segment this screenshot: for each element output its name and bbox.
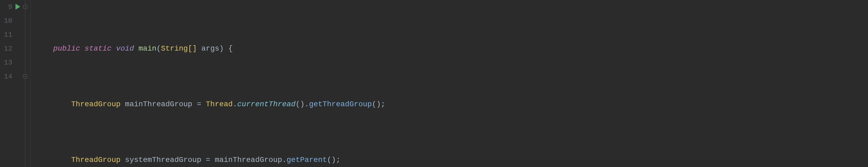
paren-open: ( [327,156,332,164]
code-line[interactable]: ThreadGroup systemThreadGroup = mainThre… [35,153,868,167]
indent [35,156,71,164]
fold-close-icon[interactable] [23,75,27,78]
run-gutter [14,0,23,167]
keyword-static: static [85,45,112,53]
paren-open: ( [156,45,161,53]
code-editor[interactable]: 9 10 11 12 13 14 public static void main… [0,0,868,167]
code-area[interactable]: public static void main(String[] args) {… [30,0,868,167]
paren-open: ( [296,100,300,108]
call-current-thread: currentThread [237,100,296,108]
indent [35,45,53,53]
line-number: 14 [0,69,12,84]
dot: . [282,156,286,164]
line-number-gutter: 9 10 11 12 13 14 [0,0,14,167]
brace-open: { [228,45,233,53]
dot: . [305,100,309,108]
line-number: 13 [0,56,12,69]
operator-assign: = [206,156,211,164]
operator-assign: = [197,100,202,108]
paren-close: ) [300,100,305,108]
run-icon[interactable] [15,3,21,10]
var-main-thread-group: mainThreadGroup [125,100,192,108]
var-system-thread-group: systemThreadGroup [125,156,202,164]
keyword-public: public [53,45,80,53]
line-number: 12 [0,42,12,56]
paren-close: ) [332,156,336,164]
type-thread: Thread [206,100,233,108]
fold-open-icon[interactable] [23,5,27,9]
line-number: 9 [0,0,12,14]
param-args: args [202,45,219,53]
line-number: 10 [0,14,12,28]
call-get-parent: getParent [286,156,327,164]
keyword-void: void [116,45,134,53]
paren-close: ) [376,100,381,108]
semicolon: ; [381,100,385,108]
semicolon: ; [336,156,341,164]
paren-open: ( [372,100,376,108]
code-line[interactable]: ThreadGroup mainThreadGroup = Thread.cur… [35,98,868,111]
indent [35,100,71,108]
svg-marker-0 [16,4,20,10]
paren-close: ) [219,45,224,53]
fold-gutter [23,0,30,167]
line-number: 11 [0,28,12,42]
type-threadgroup: ThreadGroup [71,156,120,164]
code-line[interactable]: public static void main(String[] args) { [35,42,868,56]
type-string-array: String[] [161,45,197,53]
method-name-main: main [138,45,156,53]
type-threadgroup: ThreadGroup [71,100,120,108]
dot: . [232,100,237,108]
call-get-thread-group: getThreadGroup [309,100,372,108]
ref-main-thread-group: mainThreadGroup [215,156,282,164]
